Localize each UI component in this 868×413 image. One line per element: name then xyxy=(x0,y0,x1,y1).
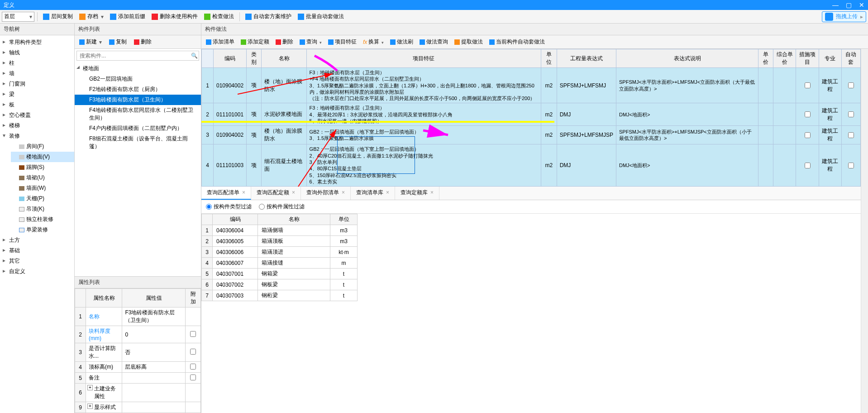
delete-unused-button[interactable]: 删除未使用构件 xyxy=(149,11,200,22)
floor-combo[interactable]: 首层 xyxy=(2,12,34,22)
method-row[interactable]: 3010904002项楼（地）面涂膜防水GB2：一层回填地面（地下室上部一层回填… xyxy=(202,126,861,144)
comp-item[interactable]: F2地砖楼面有防水层（厨房） xyxy=(75,84,201,95)
convert-button[interactable]: fx换算 xyxy=(360,37,386,47)
bottom-row[interactable]: 1040306004箱涵侧墙m3 xyxy=(202,225,358,236)
search-box: 🔍 xyxy=(76,51,199,61)
copy-button[interactable]: 复制 xyxy=(106,37,129,47)
drag-upload-button[interactable]: 拖拽上传 ▸ xyxy=(822,11,866,22)
prop-row[interactable]: 2块料厚度(mm)0 xyxy=(75,326,201,343)
extract-button[interactable]: 提取做法 xyxy=(452,37,486,47)
nav-subitem[interactable]: 单梁装修 xyxy=(11,225,74,235)
nav-item[interactable]: 基础 xyxy=(0,245,74,256)
add-prefix-suffix-button[interactable]: 添加前后缀 xyxy=(107,11,148,22)
bottom-row[interactable]: 2040306005箱涵顶板m3 xyxy=(202,236,358,247)
bottom-tab[interactable]: 查询匹配定额× xyxy=(251,187,301,200)
batch-auto-button[interactable]: 批量自动套做法 xyxy=(295,11,347,22)
nav-item[interactable]: 轴线 xyxy=(0,48,74,58)
query-button[interactable]: 查询 xyxy=(297,37,324,47)
copy-icon xyxy=(109,39,114,45)
current-auto-button[interactable]: 当前构件自动套做法 xyxy=(486,37,548,47)
check-method-button[interactable]: 检查做法 xyxy=(201,11,237,22)
bottom-row[interactable]: 7040307003钢桁梁t xyxy=(202,290,358,301)
add-list-button[interactable]: 添加清单 xyxy=(203,37,237,47)
nav-subitem[interactable]: 天棚(P) xyxy=(11,193,74,204)
brush-icon xyxy=(390,39,396,45)
bottom-row[interactable]: 5040307001钢箱梁t xyxy=(202,269,358,279)
bottom-tab[interactable]: 查询清单库× xyxy=(351,187,395,200)
method-row[interactable]: 4011101003项细石混凝土楼地面GB2：一层回填地面（地下室上部一层回填地… xyxy=(202,144,861,187)
scrollbar-v[interactable] xyxy=(861,49,868,413)
bottom-tab[interactable]: 查询匹配清单× xyxy=(201,187,251,200)
tab-close-icon[interactable]: × xyxy=(430,189,434,196)
method-brush-button[interactable]: 做法刷 xyxy=(387,37,416,47)
bottom-row[interactable]: 3040306006箱涵顶进kt·m xyxy=(202,247,358,258)
nav-tree[interactable]: 常用构件类型轴线柱墙门窗洞梁板空心楼盖楼梯装修房间(F)楼地面(V)踢脚(S)墙… xyxy=(0,35,74,413)
nav-subitem[interactable]: 吊顶(K) xyxy=(11,204,74,214)
delete-button[interactable]: 删除 xyxy=(131,37,154,47)
auto-scheme-button[interactable]: 自动套方案维护 xyxy=(243,11,294,22)
maximize-icon[interactable]: ▢ xyxy=(846,1,852,9)
prop-row[interactable]: 4顶标高(m)层底标高 xyxy=(75,362,201,373)
nav-subitem[interactable]: 楼地面(V) xyxy=(11,152,74,162)
proj-feat-button[interactable]: 项目特征 xyxy=(325,37,359,47)
bottom-row[interactable]: 6040307002钢板梁t xyxy=(202,279,358,290)
bottom-tabs: 查询匹配清单×查询匹配定额×查询外部清单×查询清单库×查询定额库× xyxy=(201,187,861,200)
method-row[interactable]: 1010904002项楼（地）面涂膜防水F3：地砖楼面有防水层（卫生间） +F4… xyxy=(202,68,861,103)
delete-method-button[interactable]: 删除 xyxy=(273,37,296,47)
close-icon[interactable]: ✕ xyxy=(859,1,864,9)
tab-close-icon[interactable]: × xyxy=(292,189,295,196)
nav-subitem[interactable]: 墙裙(U) xyxy=(11,173,74,183)
comp-item[interactable]: F3地砖楼面有防水层（卫生间） xyxy=(75,95,201,105)
prop-row[interactable]: 3是否计算防水...否 xyxy=(75,343,201,362)
bottom-grid[interactable]: 编码名称单位1040306004箱涵侧墙m32040306005箱涵顶板m330… xyxy=(201,214,861,301)
nav-item[interactable]: 装修 xyxy=(0,131,74,141)
nav-item[interactable]: 板 xyxy=(0,100,74,110)
nav-item[interactable]: 其它 xyxy=(0,256,74,266)
bottom-row[interactable]: 4040306007箱涵接缝m xyxy=(202,258,358,269)
nav-subitem[interactable]: 房间(F) xyxy=(11,141,74,152)
nav-item[interactable]: 墙 xyxy=(0,68,74,79)
delete-icon xyxy=(134,39,139,45)
app-title: 定义 xyxy=(4,1,832,9)
property-table[interactable]: 属性名称属性值附加1名称F3地砖楼面有防水层（卫生间）2块料厚度(mm)03是否… xyxy=(75,288,201,413)
nav-subitem[interactable]: 踢脚(S) xyxy=(11,162,74,173)
filter-by-prop[interactable]: 按构件属性过滤 xyxy=(259,203,305,211)
layer-copy-button[interactable]: 层间复制 xyxy=(40,11,76,22)
nav-item[interactable]: 楼梯 xyxy=(0,120,74,131)
nav-item[interactable]: 自定义 xyxy=(0,266,74,277)
tab-close-icon[interactable]: × xyxy=(342,189,345,196)
nav-item[interactable]: 土方 xyxy=(0,235,74,245)
component-tree[interactable]: 楼地面GB2一层回填地面F2地砖楼面有防水层（厨房）F3地砖楼面有防水层（卫生间… xyxy=(75,62,201,153)
nav-subitem[interactable]: 墙面(W) xyxy=(11,183,74,193)
tab-close-icon[interactable]: × xyxy=(386,189,389,196)
prop-row[interactable]: 9显示样式 xyxy=(75,402,201,413)
minimize-icon[interactable]: — xyxy=(832,1,839,9)
prop-row[interactable]: 1名称F3地砖楼面有防水层（卫生间） xyxy=(75,307,201,326)
nav-item[interactable]: 梁 xyxy=(0,89,74,100)
nav-item[interactable]: 门窗洞 xyxy=(0,79,74,89)
nav-item[interactable]: 柱 xyxy=(0,58,74,68)
nav-subitem[interactable]: 独立柱装修 xyxy=(11,214,74,225)
archive-button[interactable]: 存档▾ xyxy=(76,11,106,22)
comp-root[interactable]: 楼地面 xyxy=(75,63,201,74)
method-row[interactable]: 2011101001项水泥砂浆楼地面F3：地砖楼面有防水层（卫生间） 4、最薄处… xyxy=(202,103,861,126)
add-quota-button[interactable]: 添加定额 xyxy=(238,37,272,47)
prop-row[interactable]: 5备注 xyxy=(75,373,201,384)
bottom-tab[interactable]: 查询定额库× xyxy=(395,187,439,200)
delete-icon xyxy=(276,39,281,45)
search-icon[interactable]: 🔍 xyxy=(190,53,199,59)
prop-row[interactable]: 6土建业务属性 xyxy=(75,384,201,402)
comp-item[interactable]: F8细石混凝土楼面（设备平台、混凝土雨篷） xyxy=(75,134,201,152)
nav-item[interactable]: 常用构件类型 xyxy=(0,37,74,48)
filter-by-type[interactable]: 按构件类型过滤 xyxy=(206,203,252,211)
nav-item[interactable]: 空心楼盖 xyxy=(0,110,74,120)
tab-close-icon[interactable]: × xyxy=(242,189,245,196)
comp-item[interactable]: GB2一层回填地面 xyxy=(75,74,201,84)
bottom-tab[interactable]: 查询外部清单× xyxy=(301,187,351,200)
search-input[interactable] xyxy=(77,51,190,60)
comp-item[interactable]: F4户内楼面回填楼面（二层别墅户内） xyxy=(75,123,201,134)
methods-grid[interactable]: 编码类别名称项目特征单位工程量表达式表达式说明单价综合单价措施项目专业自动套10… xyxy=(201,49,861,187)
comp-item[interactable]: F4地砖楼面有防水层同层排水（二楼别墅卫生间） xyxy=(75,105,201,123)
new-button[interactable]: 新建▾ xyxy=(76,37,105,47)
method-query-button[interactable]: 做法查询 xyxy=(417,37,451,47)
